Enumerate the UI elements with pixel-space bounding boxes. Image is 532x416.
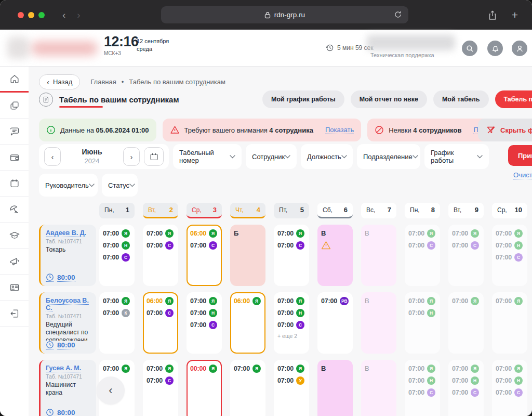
shift-entry: 07:00 С: [147, 376, 175, 385]
url-text: rdn-grp.ru: [274, 11, 305, 19]
sidebar-item-wallet[interactable]: [0, 145, 29, 171]
tab-employees-timesheet[interactable]: Табель по вашим сотрудникам: [495, 90, 532, 108]
timesheet-cell[interactable]: 07:00 Я 07:00 С: [143, 225, 178, 286]
employee-name-link[interactable]: Гусев А. М.: [46, 365, 92, 372]
filter-dropdown-status[interactable]: Статус: [102, 174, 138, 197]
profile-button[interactable]: [512, 41, 527, 56]
minimize-window-button[interactable]: [28, 12, 34, 18]
sidebar-item-calendar[interactable]: [0, 171, 29, 197]
day-header-1[interactable]: Пн, 1: [99, 203, 135, 218]
timesheet-cell[interactable]: 06:00 Я 07:00 С: [143, 292, 178, 354]
browser-back-button[interactable]: ‹: [62, 9, 65, 21]
sidebar-item-vacation[interactable]: [0, 197, 29, 223]
filter-dropdown-schedule[interactable]: График работы: [424, 144, 489, 169]
timesheet-cell[interactable]: 07:00 Я 07:00 Н: [405, 292, 440, 354]
employee-hours-link[interactable]: 80:00: [46, 341, 92, 349]
search-button[interactable]: [462, 41, 477, 56]
timesheet-cell[interactable]: 06:00 Я 07:00 С: [187, 225, 222, 286]
zoom-window-button[interactable]: [38, 12, 45, 18]
timesheet-cell[interactable]: В: [361, 225, 396, 286]
clear-filters-link[interactable]: Очистить: [513, 171, 532, 179]
timesheet-cell[interactable]: В: [361, 292, 396, 354]
timesheet-cell[interactable]: 07:00 Я 07:00 У: [274, 360, 309, 416]
shift-time: 07:00: [408, 230, 424, 237]
day-header-2[interactable]: Вт, 2: [143, 203, 178, 218]
share-icon[interactable]: [488, 10, 497, 20]
back-button[interactable]: ‹ Назад: [39, 74, 80, 89]
sidebar-item-copy[interactable]: [0, 93, 29, 119]
day-header-10[interactable]: Ср, 10: [492, 203, 527, 218]
day-header-3[interactable]: Ср, 3: [187, 203, 222, 218]
browser-forward-button[interactable]: ›: [77, 9, 80, 21]
timesheet-cell[interactable]: 07:00 Я: [448, 292, 484, 354]
sidebar-item-announcements[interactable]: [0, 249, 29, 275]
shift-type-badge: С: [514, 388, 523, 397]
timesheet-cell[interactable]: 07:00 Я 07:00 Н 07:00 С: [492, 360, 527, 416]
timesheet-cell[interactable]: В: [317, 360, 353, 416]
timesheet-cell[interactable]: 07:00 Я 07:00 Н 07:00 С + еще 2: [274, 292, 309, 354]
shift-type-badge: Я: [252, 297, 261, 305]
filter-dropdown-position[interactable]: Должность: [301, 144, 353, 169]
shift-entry: 07:00 С: [452, 388, 480, 397]
day-of-week: Сб,: [323, 206, 332, 214]
filter-dropdown-manager[interactable]: Руководитель: [39, 174, 98, 197]
next-month-button[interactable]: ›: [123, 147, 140, 166]
employee-hours-link[interactable]: 80:00: [46, 273, 92, 282]
timesheet-cell[interactable]: 07:00 Я: [230, 360, 265, 416]
day-header-9[interactable]: Вт, 9: [448, 203, 484, 218]
employee-name-link[interactable]: Авдеев В. Д.: [46, 229, 92, 237]
shift-type-badge: Я: [427, 297, 435, 305]
timesheet-cell[interactable]: 07:00 Я 07:00 Н 07:00 С: [187, 292, 222, 354]
timesheet-cell[interactable]: 07:00 Я 07:00 Н 07:00 С: [492, 225, 527, 286]
show-attention-link[interactable]: Показать: [325, 126, 354, 134]
address-bar[interactable]: rdn-grp.ru: [161, 6, 408, 23]
day-header-4[interactable]: Чт, 4: [230, 203, 265, 218]
chevron-left-icon: ‹: [47, 77, 49, 86]
filter-dropdown-department[interactable]: Подразделение: [357, 144, 420, 169]
tab-my-timesheet[interactable]: Мой табель: [433, 90, 489, 108]
close-window-button[interactable]: [18, 12, 24, 18]
timesheet-cell[interactable]: Б: [230, 225, 265, 286]
breadcrumb-home[interactable]: Главная: [90, 78, 116, 86]
tab-my-attendance-report[interactable]: Мой отчет по явке: [351, 90, 427, 108]
timesheet-cell[interactable]: 07:00 Я 07:00 Н 07:00 С: [448, 360, 484, 416]
day-header-7[interactable]: Вс, 7: [361, 203, 396, 218]
timesheet-cell[interactable]: 07:00 Я 07:00 С: [143, 360, 178, 416]
timesheet-cell[interactable]: 07:00 Я 07:00 Н 07:00 С: [99, 225, 135, 286]
timesheet-cell[interactable]: 07:00 Я: [492, 292, 527, 354]
prev-month-button[interactable]: ‹: [44, 147, 61, 166]
timesheet-cell[interactable]: В: [317, 225, 353, 286]
timesheet-cell[interactable]: 07:00 Я 07:00 С: [405, 225, 440, 286]
sidebar-item-logout[interactable]: [0, 301, 29, 327]
logout-icon: [9, 308, 20, 319]
new-tab-button[interactable]: +: [512, 9, 518, 20]
timesheet-cell[interactable]: 07:00 Я 07:00 Н 07:00 С: [405, 360, 440, 416]
hide-filters-button[interactable]: Скрыть фильтры: [478, 119, 532, 141]
timesheet-cell[interactable]: 07:00 РВ: [317, 292, 353, 354]
employee-hours-link[interactable]: 80:00: [46, 408, 92, 416]
data-freshness-banner: Данные на 05.06.2024 01:00: [39, 119, 156, 141]
sidebar-item-home[interactable]: [0, 67, 29, 93]
sidebar-item-badge[interactable]: [0, 275, 29, 301]
filter-dropdown-employee[interactable]: Сотрудник: [246, 144, 297, 169]
tab-my-schedule[interactable]: Мой график работы: [262, 90, 344, 108]
calendar-picker-button[interactable]: [144, 147, 164, 166]
timesheet-cell[interactable]: 07:00 Я 07:00 С: [448, 225, 484, 286]
sidebar-item-chat[interactable]: [0, 119, 29, 145]
breadcrumb: ‹ Назад Главная • Табель по вашим сотруд…: [39, 74, 532, 89]
day-header-5[interactable]: Пт, 5: [274, 203, 309, 218]
employee-name-link[interactable]: Белоусова В. С.: [46, 297, 92, 311]
timesheet-cell[interactable]: 07:00 Я 07:00 С: [274, 225, 309, 286]
reload-icon[interactable]: [393, 10, 403, 19]
day-header-8[interactable]: Пн, 8: [405, 203, 440, 218]
timesheet-cell[interactable]: В: [361, 360, 396, 416]
apply-filters-button[interactable]: Применить: [508, 145, 532, 166]
day-header-6[interactable]: Сб, 6: [317, 203, 353, 218]
sidebar-item-education[interactable]: [0, 223, 29, 249]
scroll-days-left-button[interactable]: ‹: [97, 376, 125, 405]
timesheet-cell[interactable]: 07:00 Я 07:00 К: [99, 292, 135, 354]
timesheet-cell[interactable]: 00:00 Я: [187, 360, 222, 416]
timesheet-cell[interactable]: 06:00 Я: [230, 292, 265, 354]
notifications-button[interactable]: [487, 41, 503, 56]
filter-dropdown-tab-number[interactable]: Табельный номер: [173, 144, 242, 169]
